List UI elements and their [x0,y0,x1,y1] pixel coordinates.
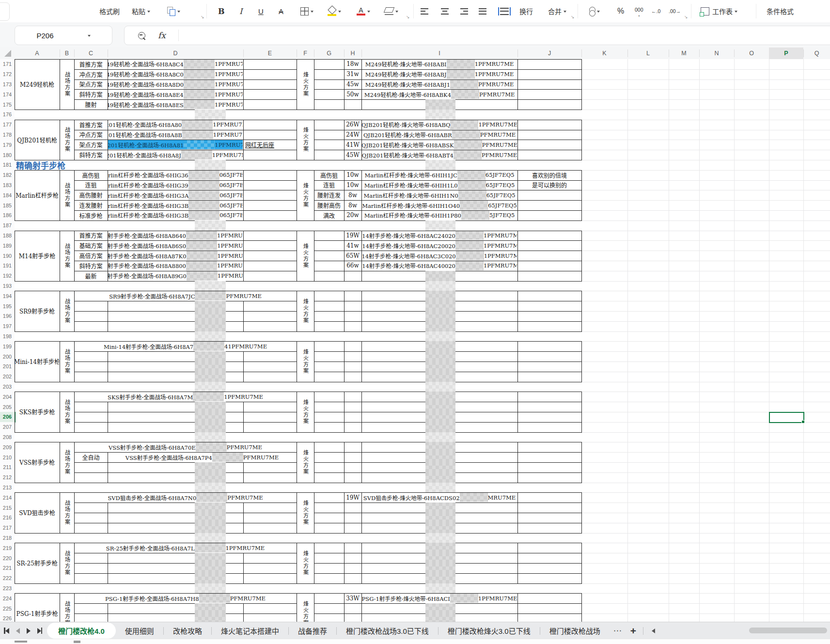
row-header-180[interactable]: 180 [0,150,15,160]
price-cell[interactable]: 19W [345,493,361,502]
loadout-code-cell[interactable]: M14射手步枪-烽火地带-6H8AC200201PFMRU7ME [362,241,517,250]
row-header-196[interactable]: 196 [0,311,15,322]
row-header-182[interactable]: 182 [0,170,15,181]
wrap-text-button[interactable]: 换行 [519,0,533,22]
decrease-decimal-button[interactable]: ←.0 [651,0,660,22]
sheet-tab-4[interactable]: 烽火笔记本搭建中 [212,622,288,639]
price-cell[interactable]: 45W [345,150,361,159]
column-header-E[interactable]: E [243,47,297,59]
percent-style-button[interactable]: % [617,0,624,22]
plan-name-cell[interactable]: 架点方案 [75,80,107,89]
plan-name-cell[interactable]: 架点方案 [75,140,107,149]
loadout-code-cell[interactable]: JB201轻机枪-全面战场-6H8A811PFMRU7M [108,140,243,149]
loadout-code-cell[interactable]: M14射手步枪-烽火地带-6H8AC400201PFMRU7ME [362,261,517,270]
price-cell[interactable]: 8w [345,201,361,210]
row-header-179[interactable]: 179 [0,140,15,150]
loadout-code-cell[interactable]: PSG-1射手步枪-全面战场-6H8A7H8PFMRU7ME [75,594,296,603]
plan-name-cell[interactable]: 最新 [75,271,107,281]
price-cell[interactable]: 10w [345,181,361,190]
column-header-M[interactable]: M [669,47,699,59]
weapon-name-cell[interactable]: PSG-1射手步枪 [15,609,59,618]
last-sheet-button[interactable] [37,627,43,635]
loadout-code-cell[interactable]: JB201轻机枪-全面战场-6H8A801PFMRU7ME [108,120,243,129]
column-header-D[interactable]: D [108,47,243,59]
sheet-tab-3[interactable]: 改枪攻略 [164,622,211,639]
row-header-212[interactable]: 212 [0,472,15,483]
prev-sheet-button[interactable] [16,627,20,635]
row-header-192[interactable]: 192 [0,271,15,282]
loadout-code-cell[interactable]: Marlin杠杆步枪-烽火地带-6HIH1O4065JF7EQ5 [362,201,517,210]
plan-name-cell[interactable]: 首推方案 [75,60,107,69]
price-cell[interactable]: 41W [345,140,361,149]
loadout-code-cell[interactable]: SVD狙击步枪-全面战场-6H8A7N0PFMRU7ME [75,493,296,502]
sheet-tab-5[interactable]: 战备推荐 [289,622,336,639]
row-header-198[interactable]: 198 [0,331,15,342]
row-header-225[interactable]: 225 [0,603,15,614]
row-header-226[interactable]: 226 [0,613,15,622]
selected-cell-P206[interactable] [769,412,804,423]
row-header-207[interactable]: 207 [0,422,15,433]
loadout-code-cell[interactable]: M14射手步枪-全面战场-6H8A87K01PFMRU7ME [108,251,243,260]
number-format-button[interactable] [589,0,600,22]
column-header-G[interactable]: G [314,47,344,59]
column-header-I[interactable]: I [361,47,517,59]
comment-cell[interactable]: 喜欢别的倍境 [518,171,581,180]
column-header-K[interactable]: K [581,47,627,59]
conditional-format-button[interactable]: 条件格式 [767,0,794,22]
price-cell[interactable]: 19W [345,231,361,240]
loadout-code-cell[interactable]: SR9射手步枪-全面战场-6H8A7JCPFMRU7ME [75,291,296,300]
align-justify-button[interactable] [479,0,486,22]
row-header-202[interactable]: 202 [0,372,15,382]
horizontal-scrollbar-thumb[interactable] [749,628,827,633]
row-header-175[interactable]: 175 [0,99,15,110]
comma-style-button[interactable]: 000, [635,0,643,22]
row-header-214[interactable]: 214 [0,492,15,503]
loadout-code-cell[interactable]: M14射手步枪-烽火地带-6H8AC3C0201PFMRU7ME [362,251,517,260]
increase-decimal-button[interactable]: .00→ [669,0,681,22]
next-sheet-button[interactable] [27,627,31,635]
loadout-code-cell[interactable]: SR-25射手步枪-全面战场-6H8A7L1PFMRU7ME [75,543,296,552]
row-header-171[interactable]: 171 [0,59,15,70]
loadout-code-cell[interactable]: M249轻机枪-全面战场-6H8A8C01PFMRU7ME [108,70,243,79]
row-header-200[interactable]: 200 [0,351,15,362]
plan-name-cell[interactable]: 连发腰射 [75,201,107,210]
loadout-code-cell[interactable]: Marlin杠杆步枪-烽火地带-6HIH1JC65JF7EQ5 [362,171,517,180]
loadout-code-cell[interactable]: Marlin杠杆步枪-烽火地带-6HIH1L065JF7EQ5 [362,181,517,190]
sheet-tab-8[interactable]: 橙门楼改枪战场 [540,622,610,639]
loadout-code-cell[interactable]: QJB201轻机枪-烽火地带-6H8ABSKPFMRU7ME [362,140,517,149]
loadout-code-cell[interactable]: JB201轻机枪-全面战场-6H8A8J1PFMRU7ME [108,150,243,159]
plan-name-cell[interactable]: 斜特方案 [75,90,107,99]
plan-name-cell[interactable]: 首推方案 [75,120,107,129]
loadout-code-cell[interactable]: SKS射手步枪-全面战场-6H8A7M1PFMRU7ME [75,392,296,401]
row-header-209[interactable]: 209 [0,442,15,453]
fire-plan-name-cell[interactable]: 腰射高伤 [314,201,344,210]
format-painter-button[interactable]: 格式刷 [99,0,120,22]
row-header-187[interactable]: 187 [0,220,15,231]
loadout-code-cell[interactable]: M249轻机枪-全面战场-6H8A8C41PFMRU7ME [108,60,243,69]
align-left-button[interactable] [421,0,428,22]
worksheet-button[interactable]: 工作表 [701,0,737,22]
row-header-220[interactable]: 220 [0,553,15,564]
align-center-button[interactable] [441,0,449,22]
loadout-code-cell[interactable]: QJB201轻机枪-烽火地带-6H8ABT4PFMRU7ME [362,150,517,159]
weapon-name-cell[interactable]: SKS射手步枪 [15,408,59,417]
row-header-224[interactable]: 224 [0,593,15,604]
group-expand-icon[interactable]: ↘ [406,15,410,19]
row-header-205[interactable]: 205 [0,402,15,412]
plan-name-cell[interactable]: 斜特方案 [75,150,107,159]
comment-cell[interactable]: 是可以换别的 [518,181,581,190]
sheet-tab-2[interactable]: 使用细则 [116,622,163,639]
plan-name-cell[interactable]: 高伤狙 [75,171,107,180]
row-header-186[interactable]: 186 [0,210,15,221]
zoom-search-icon[interactable] [138,32,145,39]
price-cell[interactable]: 33W [345,594,361,603]
scroll-left-icon[interactable] [649,628,655,633]
row-header-208[interactable]: 208 [0,432,15,443]
row-header-184[interactable]: 184 [0,190,15,201]
loadout-code-cell[interactable]: JB201轻机枪-全面战场-6H8A8B1PFMRU7ME [108,130,243,140]
plan-name-cell[interactable]: 冲点方案 [75,70,107,79]
loadout-code-cell[interactable]: M14射手步枪-全面战场-6H8A89G01PFMRU7ME [108,271,243,281]
row-header-181[interactable]: 181 [0,160,15,171]
plan-name-cell[interactable]: 连狙 [75,181,107,190]
fx-icon[interactable]: fx [158,31,166,40]
